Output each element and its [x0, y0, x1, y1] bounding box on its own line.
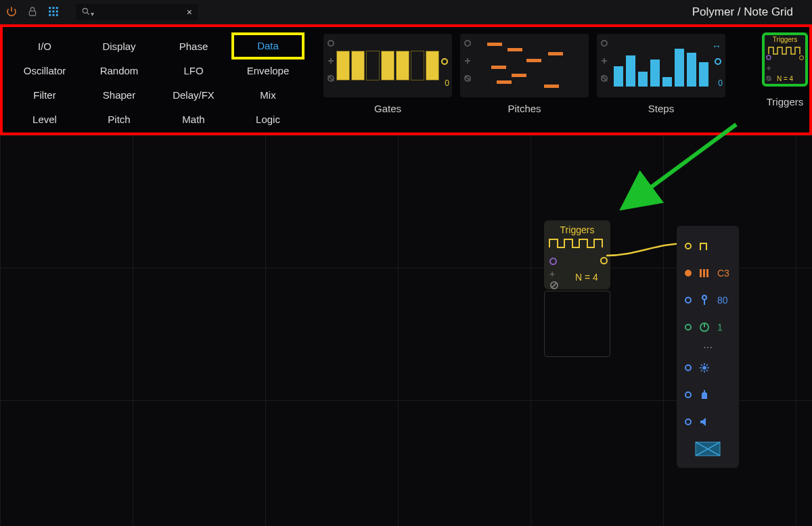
gain-icon: [698, 322, 710, 333]
svg-rect-24: [526, 59, 541, 62]
strip-pitch[interactable]: C3: [677, 260, 739, 287]
category-logic[interactable]: Logic: [233, 107, 303, 131]
node-triggers-title: Triggers: [548, 224, 606, 235]
svg-line-56: [706, 364, 708, 366]
svg-line-57: [701, 370, 702, 371]
svg-point-11: [328, 41, 334, 46]
svg-rect-42: [700, 269, 702, 277]
category-phase[interactable]: Phase: [158, 34, 229, 58]
module-triggers-preview: Triggers N = 4: [763, 34, 807, 85]
port-gate-output[interactable]: [600, 256, 608, 266]
strip-pitch-value: C3: [717, 268, 729, 279]
module-steps-preview: ↔ 0: [597, 34, 725, 97]
svg-rect-9: [56, 14, 58, 16]
svg-rect-58: [704, 390, 705, 392]
strip-pressure[interactable]: [677, 354, 739, 381]
module-gates-label: Gates: [374, 100, 401, 114]
module-browser: I/O Display Phase Data Oscillator Random…: [0, 24, 812, 135]
module-pitches[interactable]: Pitches: [460, 34, 589, 114]
node-triggers-count: N = 4: [575, 272, 598, 283]
module-steps-label: Steps: [648, 100, 674, 114]
strip-pan[interactable]: [677, 408, 739, 435]
svg-rect-8: [53, 14, 55, 16]
module-gates-preview: 0: [323, 34, 452, 97]
svg-rect-25: [491, 66, 506, 69]
category-pitch[interactable]: Pitch: [84, 107, 154, 131]
grid-icon[interactable]: [47, 5, 60, 20]
svg-rect-6: [56, 10, 58, 12]
svg-rect-44: [706, 269, 708, 277]
strip-more-icon: ⋯: [677, 341, 739, 354]
velocity-icon: [698, 295, 710, 306]
empty-grid-slot[interactable]: [544, 291, 610, 357]
category-envelope[interactable]: Envelope: [233, 58, 303, 82]
svg-rect-1: [49, 7, 51, 9]
svg-point-10: [83, 8, 87, 13]
speaker-icon: [698, 416, 710, 427]
svg-point-49: [703, 366, 706, 369]
strip-gain-value: 1: [717, 322, 723, 333]
svg-rect-7: [49, 14, 51, 16]
category-level[interactable]: Level: [9, 107, 80, 131]
category-grid: I/O Display Phase Data Oscillator Random…: [3, 27, 310, 133]
mute-icon: [695, 441, 721, 456]
note-output-strip: C3 80 1 ⋯: [677, 226, 739, 468]
svg-point-16: [465, 41, 470, 46]
svg-rect-2: [53, 7, 55, 9]
lock-icon[interactable]: [27, 6, 38, 19]
module-triggers-label: Triggers: [767, 88, 803, 107]
module-list: 0 Gates Pitches: [310, 27, 809, 133]
strip-gain[interactable]: 1: [677, 314, 739, 341]
module-pitches-label: Pitches: [508, 100, 541, 114]
svg-rect-43: [703, 269, 705, 277]
category-mix[interactable]: Mix: [233, 82, 303, 107]
category-io[interactable]: I/O: [9, 34, 80, 58]
module-gates[interactable]: 0 Gates: [323, 34, 452, 114]
power-icon[interactable]: [5, 5, 18, 20]
svg-rect-22: [508, 48, 522, 51]
timbre-icon: [698, 389, 710, 400]
category-shaper[interactable]: Shaper: [84, 82, 154, 107]
pitch-icon: [698, 268, 710, 279]
strip-velocity-value: 80: [717, 295, 728, 306]
strip-gate[interactable]: [677, 233, 739, 260]
svg-point-45: [702, 295, 706, 300]
topbar: ▾ × Polymer / Note Grid: [0, 0, 812, 24]
svg-rect-0: [29, 11, 35, 16]
strip-velocity[interactable]: 80: [677, 287, 739, 314]
module-pitches-preview: [460, 34, 589, 97]
strip-timbre[interactable]: [677, 381, 739, 408]
svg-rect-21: [487, 43, 502, 46]
svg-rect-27: [497, 80, 512, 84]
module-triggers[interactable]: Triggers N = 4 Triggers: [763, 34, 807, 107]
svg-rect-26: [512, 74, 526, 77]
category-data[interactable]: Data: [233, 34, 303, 58]
node-triggers[interactable]: Triggers + N = 4: [544, 220, 610, 289]
pressure-icon: [698, 362, 710, 373]
svg-rect-3: [56, 7, 58, 9]
category-math[interactable]: Math: [158, 107, 229, 131]
category-lfo[interactable]: LFO: [158, 58, 229, 82]
device-title: Polymer / Note Grid: [692, 5, 807, 19]
category-display[interactable]: Display: [84, 34, 154, 58]
module-steps[interactable]: ↔ 0 Steps: [597, 34, 725, 114]
category-random[interactable]: Random: [84, 58, 154, 82]
category-delay-fx[interactable]: Delay/FX: [158, 82, 229, 107]
port-phase-input[interactable]: [549, 256, 606, 267]
category-filter[interactable]: Filter: [9, 82, 80, 107]
svg-rect-23: [548, 52, 563, 55]
search-clear-icon[interactable]: ×: [187, 7, 192, 18]
svg-line-55: [706, 370, 708, 371]
search-input[interactable]: ▾ ×: [76, 4, 198, 20]
gate-icon: [698, 240, 710, 252]
svg-point-34: [767, 55, 771, 59]
search-icon: ▾: [81, 7, 94, 18]
category-oscillator[interactable]: Oscillator: [9, 58, 80, 82]
strip-mute[interactable]: [677, 435, 739, 462]
svg-line-54: [701, 364, 702, 366]
svg-rect-28: [544, 85, 559, 88]
svg-point-29: [602, 41, 607, 46]
svg-rect-4: [49, 10, 51, 12]
svg-rect-5: [53, 10, 55, 12]
svg-line-40: [551, 283, 557, 288]
